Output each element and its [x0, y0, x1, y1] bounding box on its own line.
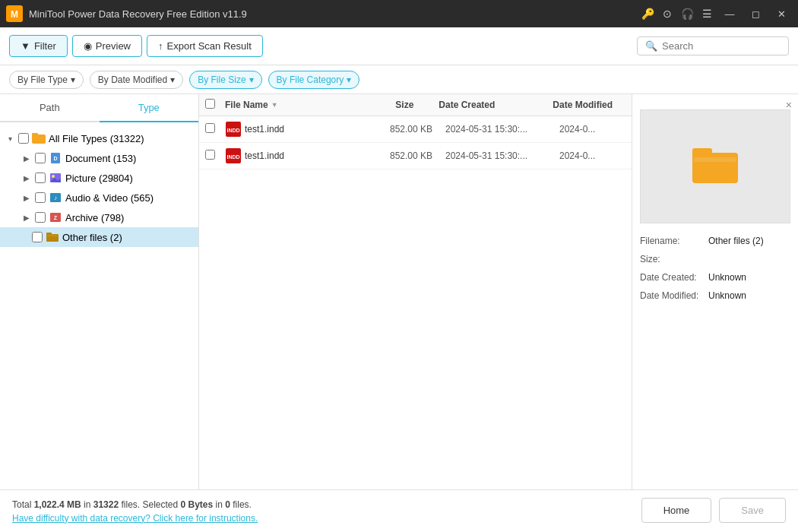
- tree-item-document[interactable]: ▶ D Document (153): [0, 148, 198, 168]
- row-modified-1: 2024-0...: [559, 124, 625, 135]
- row-created-2: 2024-05-31 15:30:...: [445, 150, 559, 161]
- tree-item-picture[interactable]: ▶ Picture (29804): [0, 168, 198, 188]
- filter-by-date[interactable]: By Date Modified ▾: [90, 71, 183, 89]
- filter-button[interactable]: ▼ Filter: [9, 35, 68, 57]
- app-title: MiniTool Power Data Recovery Free Editio…: [29, 8, 640, 20]
- expand-icon[interactable]: ▶: [21, 173, 32, 183]
- selected-size: 0 Bytes: [181, 499, 214, 510]
- filter-by-type[interactable]: By File Type ▾: [9, 71, 84, 89]
- col-header-modified: Date Modified: [553, 100, 625, 110]
- indd-icon-1: INDD: [225, 121, 242, 138]
- svg-text:D: D: [53, 156, 57, 161]
- detail-created: Date Created: Unknown: [640, 272, 790, 283]
- svg-text:M: M: [11, 9, 18, 20]
- file-rows: INDD test1.indd 852.00 KB 2024-05-31 15:…: [199, 116, 632, 489]
- svg-text:INDD: INDD: [226, 154, 239, 160]
- statusbar: Total 1,022.4 MB in 31322 files. Selecte…: [0, 489, 798, 532]
- svg-rect-15: [47, 235, 58, 236]
- tree-audio-label: Audio & Video (565): [65, 192, 194, 204]
- export-label: Export Scan Result: [167, 40, 252, 52]
- row-checkbox-2[interactable]: [205, 150, 215, 160]
- audio-checkbox[interactable]: [35, 192, 46, 203]
- picture-checkbox[interactable]: [35, 173, 46, 183]
- row-created-1: 2024-05-31 15:30:...: [445, 124, 559, 135]
- toolbar: ▼ Filter ◉ Preview ↑ Export Scan Result …: [0, 27, 798, 65]
- left-panel: Path Type ▾ All File Types (31322) ▶: [0, 94, 199, 489]
- export-button[interactable]: ↑ Export Scan Result: [147, 35, 263, 57]
- col-header-created: Date Created: [439, 100, 553, 110]
- row-size-1: 852.00 KB: [377, 124, 445, 135]
- tree-picture-label: Picture (29804): [65, 173, 194, 184]
- home-button[interactable]: Home: [641, 498, 712, 523]
- root-checkbox[interactable]: [18, 133, 29, 144]
- preview-details: Filename: Other files (2) Size: Date Cre…: [640, 236, 790, 309]
- audio-icon: ♪: [49, 191, 62, 204]
- tab-type[interactable]: Type: [100, 94, 199, 122]
- archive-checkbox[interactable]: [35, 212, 46, 223]
- restore-button[interactable]: ◻: [745, 3, 766, 24]
- filter-label: Filter: [34, 40, 56, 52]
- preview-label: Preview: [96, 40, 131, 52]
- other-checkbox[interactable]: [32, 232, 43, 242]
- close-button[interactable]: ✕: [771, 3, 792, 24]
- preview-close-button[interactable]: ×: [786, 99, 792, 111]
- search-icon: 🔍: [645, 40, 657, 52]
- other-icon: [46, 230, 59, 244]
- key-icon[interactable]: 🔑: [640, 6, 655, 21]
- minimize-button[interactable]: —: [719, 3, 740, 24]
- filter-category-label: By File Category: [277, 74, 344, 85]
- search-input[interactable]: [662, 40, 781, 52]
- expand-icon[interactable]: ▶: [21, 192, 32, 203]
- chevron-down-icon: ▾: [249, 74, 254, 85]
- svg-rect-22: [694, 157, 736, 162]
- select-all-checkbox[interactable]: [205, 99, 215, 109]
- folder-icon: [32, 131, 46, 145]
- preview-panel: × Filename: Other files (2) Size: Date C…: [632, 94, 798, 489]
- detail-size: Size:: [640, 254, 790, 264]
- search-box: 🔍: [637, 36, 789, 55]
- filter-size-label: By File Size: [198, 74, 245, 85]
- chevron-down-icon: ▾: [170, 74, 175, 85]
- tree-root-label: All File Types (31322): [49, 133, 194, 144]
- expand-icon[interactable]: ▶: [21, 153, 32, 163]
- filename-value: Other files (2): [708, 236, 764, 246]
- row-modified-2: 2024-0...: [559, 150, 625, 161]
- filterbar: By File Type ▾ By Date Modified ▾ By Fil…: [0, 65, 798, 94]
- export-icon: ↑: [158, 40, 163, 52]
- filter-by-category[interactable]: By File Category ▾: [268, 71, 360, 89]
- document-icon: D: [49, 151, 62, 165]
- detail-modified: Date Modified: Unknown: [640, 290, 790, 301]
- preview-icon: ◉: [84, 40, 92, 52]
- tree-item-audio[interactable]: ▶ ♪ Audio & Video (565): [0, 188, 198, 207]
- menu-icon[interactable]: ☰: [699, 6, 714, 21]
- titlebar-icons: 🔑 ⊙ 🎧 ☰ — ◻ ✕: [640, 3, 792, 24]
- modified-value: Unknown: [708, 290, 746, 301]
- document-checkbox[interactable]: [35, 153, 46, 163]
- file-row[interactable]: INDD test1.indd 852.00 KB 2024-05-31 15:…: [199, 143, 632, 169]
- save-button[interactable]: Save: [719, 498, 786, 523]
- headset-icon[interactable]: 🎧: [679, 6, 695, 21]
- created-label: Date Created:: [640, 272, 708, 283]
- file-row[interactable]: INDD test1.indd 852.00 KB 2024-05-31 15:…: [199, 116, 632, 143]
- col-header-name: File Name ▼: [225, 100, 370, 110]
- tree-other-label: Other files (2): [62, 232, 194, 243]
- help-circle-icon[interactable]: ⊙: [660, 6, 675, 21]
- svg-text:♪: ♪: [54, 195, 57, 201]
- filter-by-size[interactable]: By File Size ▾: [189, 71, 261, 89]
- tree-item-other[interactable]: Other files (2): [0, 227, 198, 247]
- chevron-down-icon: ▾: [71, 74, 75, 85]
- expand-icon[interactable]: ▶: [21, 212, 32, 223]
- preview-button[interactable]: ◉ Preview: [72, 35, 142, 57]
- expand-icon[interactable]: ▾: [5, 133, 15, 144]
- file-header: File Name ▼ Size Date Created Date Modif…: [199, 94, 632, 116]
- tree-root[interactable]: ▾ All File Types (31322): [0, 128, 198, 148]
- row-size-2: 852.00 KB: [377, 150, 445, 161]
- picture-icon: [49, 171, 62, 185]
- row-checkbox-1[interactable]: [205, 123, 215, 133]
- tab-path[interactable]: Path: [0, 94, 100, 121]
- tree-item-archive[interactable]: ▶ Z Archive (798): [0, 207, 198, 227]
- total-size: 1,022.4 MB: [34, 499, 81, 510]
- view-tabs: Path Type: [0, 94, 198, 122]
- main-area: Path Type ▾ All File Types (31322) ▶: [0, 94, 798, 489]
- selected-count: 0: [225, 499, 230, 510]
